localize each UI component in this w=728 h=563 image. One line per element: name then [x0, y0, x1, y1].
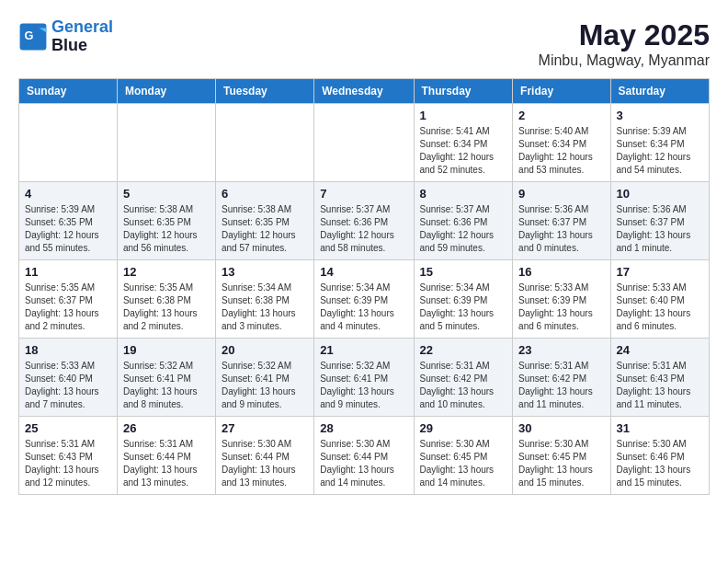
day-number: 20: [222, 343, 308, 357]
day-cell: [314, 104, 414, 182]
week-row-5: 25Sunrise: 5:31 AM Sunset: 6:43 PM Dayli…: [19, 417, 710, 495]
day-info: Sunrise: 5:37 AM Sunset: 6:36 PM Dayligh…: [320, 203, 407, 255]
day-number: 22: [420, 343, 507, 357]
day-info: Sunrise: 5:39 AM Sunset: 6:34 PM Dayligh…: [617, 125, 703, 177]
day-cell: 26Sunrise: 5:31 AM Sunset: 6:44 PM Dayli…: [117, 417, 215, 495]
day-cell: 16Sunrise: 5:33 AM Sunset: 6:39 PM Dayli…: [513, 260, 610, 339]
calendar-body: 1Sunrise: 5:41 AM Sunset: 6:34 PM Daylig…: [19, 104, 710, 495]
day-info: Sunrise: 5:38 AM Sunset: 6:35 PM Dayligh…: [123, 203, 210, 255]
day-number: 28: [320, 421, 407, 435]
day-cell: 23Sunrise: 5:31 AM Sunset: 6:42 PM Dayli…: [513, 339, 610, 417]
day-cell: [215, 104, 313, 182]
day-number: 7: [320, 187, 407, 201]
day-number: 10: [617, 187, 703, 201]
day-cell: 17Sunrise: 5:33 AM Sunset: 6:40 PM Dayli…: [610, 260, 709, 339]
day-cell: 9Sunrise: 5:36 AM Sunset: 6:37 PM Daylig…: [513, 182, 610, 260]
col-header-wednesday: Wednesday: [314, 79, 414, 104]
day-number: 12: [123, 265, 210, 279]
week-row-1: 1Sunrise: 5:41 AM Sunset: 6:34 PM Daylig…: [19, 104, 710, 182]
day-info: Sunrise: 5:32 AM Sunset: 6:41 PM Dayligh…: [222, 360, 308, 411]
day-cell: 5Sunrise: 5:38 AM Sunset: 6:35 PM Daylig…: [117, 182, 215, 260]
page-header: G General Blue May 2025 Minbu, Magway, M…: [18, 18, 710, 69]
day-info: Sunrise: 5:35 AM Sunset: 6:37 PM Dayligh…: [25, 282, 111, 333]
day-number: 26: [123, 421, 210, 435]
title-block: May 2025 Minbu, Magway, Myanmar: [539, 18, 710, 69]
day-cell: 12Sunrise: 5:35 AM Sunset: 6:38 PM Dayli…: [117, 260, 215, 339]
day-cell: 30Sunrise: 5:30 AM Sunset: 6:45 PM Dayli…: [513, 417, 610, 495]
day-info: Sunrise: 5:34 AM Sunset: 6:39 PM Dayligh…: [420, 282, 507, 333]
day-cell: 6Sunrise: 5:38 AM Sunset: 6:35 PM Daylig…: [215, 182, 313, 260]
day-cell: 8Sunrise: 5:37 AM Sunset: 6:36 PM Daylig…: [414, 182, 513, 260]
day-number: 15: [420, 265, 507, 279]
day-info: Sunrise: 5:35 AM Sunset: 6:38 PM Dayligh…: [123, 282, 210, 333]
week-row-2: 4Sunrise: 5:39 AM Sunset: 6:35 PM Daylig…: [19, 182, 710, 260]
day-number: 23: [518, 343, 604, 357]
day-cell: 24Sunrise: 5:31 AM Sunset: 6:43 PM Dayli…: [610, 339, 709, 417]
day-cell: 20Sunrise: 5:32 AM Sunset: 6:41 PM Dayli…: [215, 339, 313, 417]
day-info: Sunrise: 5:33 AM Sunset: 6:40 PM Dayligh…: [25, 360, 111, 411]
day-cell: 29Sunrise: 5:30 AM Sunset: 6:45 PM Dayli…: [414, 417, 513, 495]
day-info: Sunrise: 5:40 AM Sunset: 6:34 PM Dayligh…: [518, 125, 604, 177]
day-cell: 19Sunrise: 5:32 AM Sunset: 6:41 PM Dayli…: [117, 339, 215, 417]
day-info: Sunrise: 5:30 AM Sunset: 6:45 PM Dayligh…: [420, 438, 507, 489]
day-info: Sunrise: 5:32 AM Sunset: 6:41 PM Dayligh…: [123, 360, 210, 411]
day-number: 24: [617, 343, 703, 357]
day-info: Sunrise: 5:41 AM Sunset: 6:34 PM Dayligh…: [420, 125, 507, 177]
day-cell: 21Sunrise: 5:32 AM Sunset: 6:41 PM Dayli…: [314, 339, 414, 417]
logo-icon: G: [18, 22, 48, 52]
day-cell: 14Sunrise: 5:34 AM Sunset: 6:39 PM Dayli…: [314, 260, 414, 339]
col-header-sunday: Sunday: [19, 79, 118, 104]
day-info: Sunrise: 5:33 AM Sunset: 6:40 PM Dayligh…: [617, 282, 703, 333]
day-cell: 22Sunrise: 5:31 AM Sunset: 6:42 PM Dayli…: [414, 339, 513, 417]
col-header-tuesday: Tuesday: [215, 79, 313, 104]
week-row-3: 11Sunrise: 5:35 AM Sunset: 6:37 PM Dayli…: [19, 260, 710, 339]
day-cell: 10Sunrise: 5:36 AM Sunset: 6:37 PM Dayli…: [610, 182, 709, 260]
day-number: 9: [518, 187, 604, 201]
col-header-friday: Friday: [513, 79, 610, 104]
day-cell: 27Sunrise: 5:30 AM Sunset: 6:44 PM Dayli…: [215, 417, 313, 495]
day-info: Sunrise: 5:31 AM Sunset: 6:43 PM Dayligh…: [617, 360, 703, 411]
day-number: 8: [420, 187, 507, 201]
day-cell: 7Sunrise: 5:37 AM Sunset: 6:36 PM Daylig…: [314, 182, 414, 260]
location-title: Minbu, Magway, Myanmar: [539, 52, 710, 69]
day-number: 17: [617, 265, 703, 279]
day-number: 16: [518, 265, 604, 279]
day-cell: 2Sunrise: 5:40 AM Sunset: 6:34 PM Daylig…: [513, 104, 610, 182]
day-number: 6: [222, 187, 308, 201]
day-info: Sunrise: 5:33 AM Sunset: 6:39 PM Dayligh…: [518, 282, 604, 333]
day-cell: 25Sunrise: 5:31 AM Sunset: 6:43 PM Dayli…: [19, 417, 118, 495]
day-number: 25: [25, 421, 111, 435]
week-row-4: 18Sunrise: 5:33 AM Sunset: 6:40 PM Dayli…: [19, 339, 710, 417]
day-info: Sunrise: 5:39 AM Sunset: 6:35 PM Dayligh…: [25, 203, 111, 255]
day-number: 21: [320, 343, 407, 357]
day-number: 11: [25, 265, 111, 279]
logo-text: General Blue: [51, 18, 113, 55]
day-number: 1: [420, 109, 507, 122]
day-cell: 15Sunrise: 5:34 AM Sunset: 6:39 PM Dayli…: [414, 260, 513, 339]
col-header-monday: Monday: [117, 79, 215, 104]
col-header-thursday: Thursday: [414, 79, 513, 104]
day-cell: 28Sunrise: 5:30 AM Sunset: 6:44 PM Dayli…: [314, 417, 414, 495]
day-number: 4: [25, 187, 111, 201]
day-cell: 11Sunrise: 5:35 AM Sunset: 6:37 PM Dayli…: [19, 260, 118, 339]
day-cell: 1Sunrise: 5:41 AM Sunset: 6:34 PM Daylig…: [414, 104, 513, 182]
calendar-table: SundayMondayTuesdayWednesdayThursdayFrid…: [18, 78, 710, 495]
day-cell: 4Sunrise: 5:39 AM Sunset: 6:35 PM Daylig…: [19, 182, 118, 260]
day-info: Sunrise: 5:36 AM Sunset: 6:37 PM Dayligh…: [617, 203, 703, 255]
day-cell: 18Sunrise: 5:33 AM Sunset: 6:40 PM Dayli…: [19, 339, 118, 417]
day-number: 19: [123, 343, 210, 357]
day-number: 14: [320, 265, 407, 279]
logo: G General Blue: [18, 18, 113, 55]
day-info: Sunrise: 5:30 AM Sunset: 6:44 PM Dayligh…: [320, 438, 407, 489]
day-number: 30: [518, 421, 604, 435]
day-cell: 31Sunrise: 5:30 AM Sunset: 6:46 PM Dayli…: [610, 417, 709, 495]
day-number: 13: [222, 265, 308, 279]
day-info: Sunrise: 5:34 AM Sunset: 6:39 PM Dayligh…: [320, 282, 407, 333]
day-info: Sunrise: 5:37 AM Sunset: 6:36 PM Dayligh…: [420, 203, 507, 255]
day-info: Sunrise: 5:38 AM Sunset: 6:35 PM Dayligh…: [222, 203, 308, 255]
day-info: Sunrise: 5:31 AM Sunset: 6:42 PM Dayligh…: [420, 360, 507, 411]
day-number: 29: [420, 421, 507, 435]
day-number: 3: [617, 109, 703, 122]
col-header-saturday: Saturday: [610, 79, 709, 104]
day-cell: [19, 104, 118, 182]
